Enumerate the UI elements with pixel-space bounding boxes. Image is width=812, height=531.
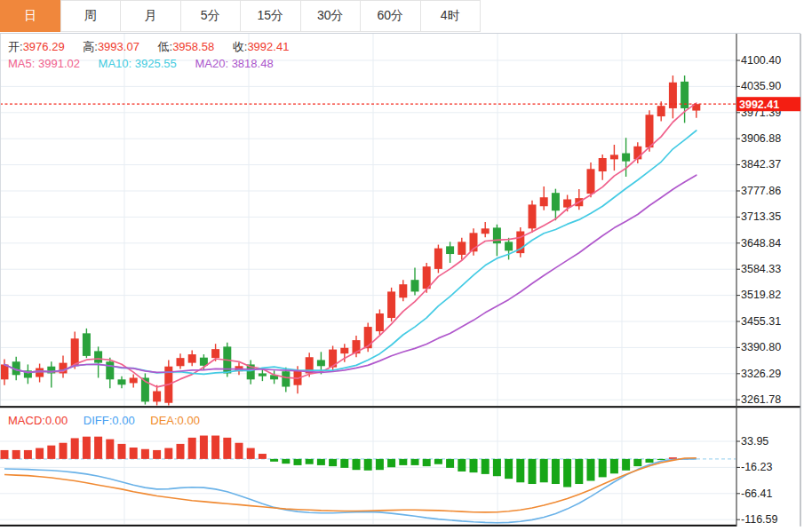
- ma20-label: MA20:: [195, 57, 228, 70]
- macd-histogram-bar: [177, 444, 185, 459]
- plot-bottom-border: [0, 525, 736, 527]
- macd-histogram-bar: [94, 437, 102, 459]
- candle-body: [211, 349, 219, 358]
- macd-histogram-bar: [71, 438, 79, 458]
- quote-header: 开:3976.29 高:3993.07 低:3958.58 收:3992.41: [8, 40, 304, 53]
- macd-histogram-bar: [83, 437, 91, 459]
- candle-body: [610, 155, 618, 159]
- macd-histogram-bar: [376, 459, 384, 470]
- y-axis-label: 4035.90: [741, 80, 781, 92]
- ma10-label: MA10:: [99, 57, 132, 70]
- candle-body: [529, 204, 537, 228]
- macd-histogram-bar: [317, 459, 325, 465]
- candle-body: [71, 338, 79, 366]
- candle-body: [1, 364, 9, 379]
- candle-body: [177, 358, 185, 366]
- close-value: 3992.41: [247, 40, 289, 53]
- macd-label: MACD:: [8, 414, 45, 427]
- candle-body: [458, 242, 466, 255]
- macd-histogram-bar: [423, 459, 431, 466]
- timeframe-tabs: 日周月5分15分30分60分4时: [0, 0, 812, 32]
- macd-histogram-bar: [646, 459, 654, 463]
- macd-histogram-bar: [657, 459, 665, 460]
- macd-histogram-bar: [470, 459, 478, 472]
- macd-histogram-bar: [294, 459, 302, 465]
- timeframe-tab-1[interactable]: 日: [0, 0, 61, 32]
- candle-body: [153, 392, 161, 402]
- macd-axis-label: -116.59: [741, 513, 778, 526]
- macd-histogram-bar: [622, 459, 630, 471]
- candle-body: [657, 106, 665, 116]
- chart-canvas: 4100.404035.903971.393906.883842.373777.…: [0, 0, 812, 531]
- y-axis-label: 3326.29: [741, 368, 781, 380]
- macd-histogram-bar: [446, 459, 454, 468]
- diff-value: 0.00: [112, 414, 134, 427]
- low-label: 低:: [158, 40, 173, 53]
- candle-body: [317, 360, 325, 366]
- close-label: 收:: [233, 40, 248, 53]
- macd-histogram-bar: [529, 459, 537, 484]
- candle-body: [482, 228, 490, 234]
- macd-histogram-bar: [387, 459, 395, 467]
- timeframe-tab-4[interactable]: 5分: [180, 0, 242, 32]
- macd-histogram-bar: [282, 459, 290, 464]
- dea-label: DEA:: [150, 414, 177, 427]
- macd-histogram-bar: [329, 459, 337, 466]
- macd-histogram-bar: [587, 459, 595, 481]
- timeframe-tab-5[interactable]: 15分: [240, 0, 301, 32]
- candle-body: [94, 351, 102, 362]
- candle-body: [399, 284, 407, 297]
- candle-body: [387, 291, 395, 318]
- y-axis-label: 3455.31: [741, 315, 781, 328]
- high-label: 高:: [83, 40, 98, 53]
- timeframe-tab-8[interactable]: 4时: [420, 0, 482, 32]
- candle-body: [434, 249, 442, 269]
- candle-body: [364, 327, 372, 348]
- ma5-value: 3991.02: [35, 57, 80, 70]
- macd-histogram-bar: [130, 448, 138, 459]
- macd-histogram-bar: [552, 459, 560, 484]
- macd-histogram-bar: [364, 459, 372, 471]
- macd-histogram-bar: [164, 448, 172, 459]
- candle-body: [446, 246, 454, 254]
- macd-histogram-bar: [200, 436, 208, 459]
- ma10-value: 3925.55: [131, 57, 177, 70]
- candle-body: [130, 377, 138, 383]
- timeframe-tab-3[interactable]: 月: [120, 0, 181, 32]
- macd-histogram-bar: [188, 438, 196, 459]
- high-value: 3993.07: [98, 40, 139, 53]
- candle-body: [36, 369, 44, 377]
- candle-body: [282, 371, 290, 386]
- candle-body: [587, 169, 595, 194]
- candle-body: [118, 379, 126, 384]
- candle-body: [505, 242, 513, 250]
- macd-histogram-bar: [399, 459, 407, 465]
- timeframe-tab-2[interactable]: 周: [60, 0, 122, 32]
- pane-separator: [0, 406, 800, 408]
- ma5-label: MA5:: [8, 57, 35, 70]
- macd-histogram-bar: [340, 459, 348, 468]
- candle-body: [376, 313, 384, 331]
- macd-axis-label: -16.23: [741, 461, 772, 473]
- timeframe-tab-7[interactable]: 60分: [360, 0, 421, 32]
- macd-histogram-bar: [47, 446, 55, 459]
- y-axis-label: 3777.86: [741, 185, 781, 197]
- macd-header: MACD:0.00 DIFF:0.00 DEA:0.00: [8, 414, 212, 427]
- timeframe-tab-6[interactable]: 30分: [300, 0, 362, 32]
- macd-histogram-bar: [153, 450, 161, 459]
- y-axis-label: 3648.84: [741, 237, 781, 250]
- macd-histogram-bar: [458, 459, 466, 472]
- y-axis-label: 3584.33: [741, 263, 781, 275]
- macd-histogram-bar: [563, 459, 571, 487]
- y-axis-label: 4100.40: [741, 54, 781, 67]
- candle-body: [340, 348, 348, 353]
- candle-body: [540, 197, 548, 206]
- y-axis-label: 3906.88: [741, 132, 781, 145]
- macd-histogram-bar: [610, 459, 618, 473]
- macd-value: 0.00: [45, 414, 68, 427]
- macd-histogram-bar: [540, 459, 548, 482]
- ma10-line: [4, 131, 697, 374]
- candle-body: [106, 361, 114, 379]
- candle-body: [599, 158, 607, 171]
- y-axis-label: 3713.35: [741, 210, 781, 223]
